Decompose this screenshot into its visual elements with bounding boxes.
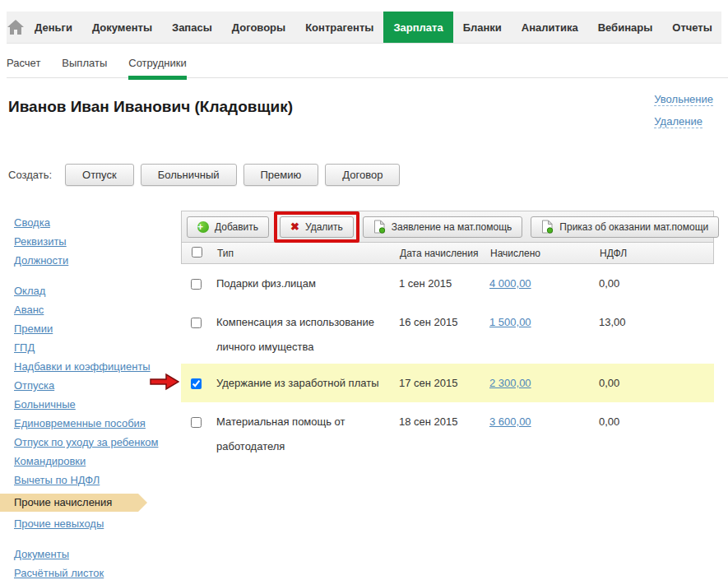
- nav-item-contracts[interactable]: Договоры: [222, 12, 295, 43]
- accrued-amount-link[interactable]: 1 500,00: [489, 316, 531, 328]
- row-type: Компенсация за использование личного иму…: [216, 310, 399, 360]
- sidebar-item-advance[interactable]: Аванс: [14, 304, 44, 315]
- create-sickleave-button[interactable]: Больничный: [141, 164, 237, 186]
- sidebar-item-allowances[interactable]: Надбавки и коэффициенты: [14, 361, 151, 372]
- document-icon: [541, 220, 554, 234]
- header-type: Тип: [217, 248, 400, 259]
- nav-item-analytics[interactable]: Аналитика: [512, 12, 588, 43]
- accrued-amount-link[interactable]: 3 600,00: [489, 415, 531, 428]
- create-vacation-button[interactable]: Отпуск: [65, 164, 134, 186]
- nav-item-forms[interactable]: Бланки: [453, 12, 512, 43]
- nav-item-salary[interactable]: Зарплата: [383, 12, 452, 43]
- sidebar-item-summary[interactable]: Сводка: [14, 217, 50, 228]
- sidebar-item-child-care-leave[interactable]: Отпуск по уходу за ребенком: [14, 437, 158, 448]
- sidebar-item-business-trips[interactable]: Командировки: [14, 456, 86, 466]
- deletion-link[interactable]: Удаление: [654, 115, 702, 128]
- row-date: 1 сен 2015: [399, 271, 489, 296]
- nav-item-counterparties[interactable]: Контрагенты: [295, 12, 383, 43]
- red-cross-icon: ✖: [290, 221, 299, 232]
- header-accrued: Начислено: [490, 248, 600, 259]
- sidebar-item-other-accruals-active[interactable]: Прочие начисления: [0, 494, 138, 512]
- accrued-amount-link[interactable]: 4 000,00: [489, 277, 531, 290]
- nav-item-bureau[interactable]: Бюроbeta: [722, 12, 728, 43]
- create-contract-button[interactable]: Договор: [325, 164, 400, 186]
- row-checkbox[interactable]: [191, 417, 202, 428]
- sidebar-item-positions[interactable]: Должности: [14, 255, 68, 266]
- order-matpomosh-button[interactable]: Приказ об оказании мат.помощи: [531, 216, 719, 238]
- row-checkbox[interactable]: [191, 318, 202, 328]
- plus-circle-icon: +: [197, 221, 209, 233]
- table-row: Компенсация за использование личного иму…: [181, 303, 714, 364]
- subnav-item-employees[interactable]: Сотрудники: [128, 52, 186, 77]
- home-icon-glyph: [7, 19, 25, 35]
- create-bar: Создать: Отпуск Больничный Премию Догово…: [0, 137, 728, 186]
- table-row: Материальная помощь от работодателя 18 с…: [181, 402, 714, 463]
- sidebar-group-gap: [14, 274, 181, 285]
- red-arrow-annotation: [150, 372, 179, 401]
- add-button[interactable]: + Добавить: [187, 216, 269, 238]
- row-checkbox[interactable]: [191, 279, 202, 290]
- subnav-item-calculation[interactable]: Расчет: [7, 52, 40, 77]
- row-date: 16 сен 2015: [399, 310, 489, 335]
- sidebar-item-other-absences[interactable]: Прочие невыходы: [14, 518, 104, 529]
- sidebar-item-vacations[interactable]: Отпуска: [14, 380, 54, 391]
- row-type: Подарки физ.лицам: [216, 271, 399, 296]
- sidebar-item-sick-leaves[interactable]: Больничные: [14, 399, 76, 410]
- nav-item-money[interactable]: Деньги: [25, 12, 82, 43]
- row-ndfl: 0,00: [599, 371, 714, 396]
- header-ndfl: НДФЛ: [600, 248, 713, 259]
- add-button-label: Добавить: [215, 221, 258, 233]
- delete-button-label: Удалить: [305, 221, 343, 233]
- sidebar-item-payslip[interactable]: Расчётный листок: [14, 568, 104, 578]
- other-accruals-panel: + Добавить ✖ Удалить Заявление на мат.п: [181, 211, 714, 580]
- dismissal-link[interactable]: Увольнение: [654, 93, 713, 106]
- create-bonus-button[interactable]: Премию: [243, 164, 319, 186]
- row-checkbox[interactable]: [191, 378, 202, 389]
- nav-item-documents[interactable]: Документы: [82, 12, 162, 43]
- sidebar-group-gap: [14, 537, 181, 549]
- sub-navigation: Расчет Выплаты Сотрудники: [7, 44, 728, 78]
- top-navigation: Деньги Документы Запасы Договоры Контраг…: [7, 12, 721, 44]
- order-button-label: Приказ об оказании мат.помощи: [559, 221, 708, 233]
- select-all-checkbox[interactable]: [192, 247, 202, 258]
- sidebar-item-salary[interactable]: Оклад: [14, 285, 45, 296]
- row-type: Материальная помощь от работодателя: [216, 410, 399, 459]
- table-toolbar: + Добавить ✖ Удалить Заявление на мат.п: [181, 211, 714, 242]
- sidebar-item-ndfl-deductions[interactable]: Вычеты по НДФЛ: [14, 475, 100, 485]
- nav-item-stock[interactable]: Запасы: [162, 12, 222, 43]
- subnav-item-payments[interactable]: Выплаты: [62, 52, 107, 77]
- nav-item-webinars[interactable]: Вебинары: [588, 12, 663, 43]
- row-date: 17 сен 2015: [399, 371, 489, 396]
- sidebar-item-bonuses[interactable]: Премии: [14, 323, 53, 334]
- row-ndfl: 0,00: [599, 410, 714, 434]
- sidebar-item-requisites[interactable]: Реквизиты: [14, 236, 67, 247]
- row-type: Удержание из заработной платы: [216, 371, 399, 396]
- delete-highlight-annotation: ✖ Удалить: [274, 211, 359, 243]
- accrued-amount-link[interactable]: 2 300,00: [489, 377, 531, 389]
- content-area: Сводка Реквизиты Должности Оклад Аванс П…: [0, 211, 728, 580]
- page-header: Иванов Иван Иванович (Кладовщик) Увольне…: [0, 78, 728, 137]
- row-ndfl: 13,00: [599, 310, 714, 335]
- document-icon: [373, 220, 386, 234]
- employee-actions: Увольнение Удаление: [654, 93, 713, 137]
- header-date: Дата начисления: [400, 248, 490, 259]
- row-date: 18 сен 2015: [399, 410, 489, 434]
- create-label: Создать:: [8, 169, 52, 181]
- nav-item-reports[interactable]: Отчеты: [662, 12, 722, 43]
- sidebar-item-documents[interactable]: Документы: [14, 549, 69, 559]
- row-ndfl: 0,00: [599, 271, 714, 296]
- statement-button-label: Заявление на мат.помощь: [392, 221, 512, 233]
- table-row: Подарки физ.лицам 1 сен 2015 4 000,00 0,…: [181, 264, 714, 303]
- delete-button[interactable]: ✖ Удалить: [280, 216, 354, 238]
- page-title: Иванов Иван Иванович (Кладовщик): [8, 98, 293, 137]
- sidebar-item-gpd[interactable]: ГПД: [14, 342, 35, 353]
- table-header-row: Тип Дата начисления Начислено НДФЛ: [181, 242, 714, 264]
- sidebar-item-lump-sum-benefits[interactable]: Единовременные пособия: [14, 418, 146, 429]
- home-icon[interactable]: [7, 12, 25, 43]
- statement-matpomosh-button[interactable]: Заявление на мат.помощь: [363, 216, 523, 238]
- table-row-selected: Удержание из заработной платы 17 сен 201…: [181, 364, 714, 402]
